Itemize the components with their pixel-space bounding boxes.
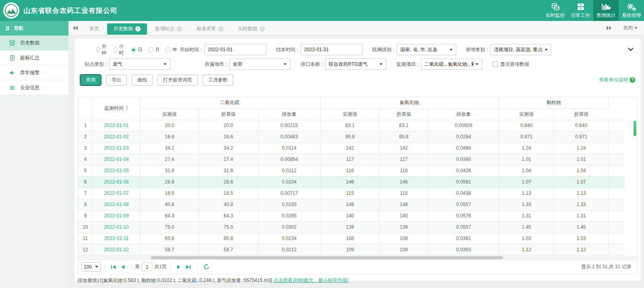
sidebar-item-enterprise-info[interactable]: 企业信息 xyxy=(0,80,68,95)
value-cell: 115 xyxy=(321,188,379,199)
select-caret-icon xyxy=(379,63,383,65)
value-cell: 0.0104 xyxy=(258,176,321,188)
period-radio-option[interactable]: 分钟 xyxy=(96,43,108,56)
monitor-item-select[interactable]: 二氧化硫., 氮氧化物., 颗粒 xyxy=(421,58,482,70)
tab-realtime-data[interactable]: 实时数据× xyxy=(232,23,271,35)
manage-type-select[interactable]: 违规项目, 高架源, 重点排 xyxy=(490,44,551,55)
table-row: 92022-01-0964.364.30.02651401400.05761.3… xyxy=(78,210,625,221)
manage-type-value: 违规项目, 高架源, 重点排 xyxy=(494,46,543,53)
station-type-select[interactable]: 废气 xyxy=(109,58,170,70)
select-caret-icon xyxy=(449,49,453,51)
value-cell: 58.7 xyxy=(199,244,258,255)
close-icon[interactable]: × xyxy=(218,26,224,31)
group-header: 二氧化硫. xyxy=(140,97,321,109)
value-cell: 117 xyxy=(379,154,428,165)
sidebar: 导航 历史数据超标汇总异常报警企业信息 xyxy=(0,21,68,288)
tab-history-data[interactable]: 历史数据× xyxy=(107,23,147,35)
end-time-input[interactable] xyxy=(300,44,363,55)
value-cell: 0.00929 xyxy=(428,120,499,131)
network-level-select[interactable]: 国家, 省, 市, 区县 xyxy=(397,44,456,55)
tab-home[interactable]: 首页 xyxy=(83,23,106,35)
vertical-scroll-thumb[interactable] xyxy=(634,121,636,136)
value-cell: 0.0561 xyxy=(428,176,499,188)
period-radio-option[interactable]: 小时 xyxy=(114,43,125,56)
last-page-button[interactable] xyxy=(183,265,193,269)
sub-header: 折算值 xyxy=(554,109,609,120)
value-cell: 16.6 xyxy=(140,131,199,142)
value-cell: 95.8 xyxy=(379,131,428,142)
table-body: 12022-01-0120.020.00.0021583.183.10.0092… xyxy=(78,120,625,255)
topnav-realtime-monitor[interactable]: 实时监控 xyxy=(543,0,568,21)
monitor-date-cell: 2022-01-04 xyxy=(93,154,140,165)
next-page-button[interactable] xyxy=(174,265,183,269)
radio-dot xyxy=(131,47,136,52)
topnav-daily-work[interactable]: 日常工作 xyxy=(568,0,593,21)
value-cell: 65.8 xyxy=(199,233,258,244)
time-column-header[interactable]: 监测时间 xyxy=(93,97,140,120)
monitor-date-cell: 2022-01-03 xyxy=(93,142,140,154)
city-select[interactable]: 全部 xyxy=(229,58,290,70)
row-index: 5 xyxy=(78,165,93,176)
unit-description-link[interactable]: 查看单位说明 ? xyxy=(599,77,635,83)
value-cell: 0.0350 xyxy=(428,244,499,255)
sidebar-item-exceed-summary[interactable]: 超标汇总 xyxy=(0,50,68,65)
start-time-input[interactable] xyxy=(204,44,267,55)
value-cell: 1.45 xyxy=(499,221,554,233)
first-page-button[interactable] xyxy=(108,265,118,269)
blank-cell xyxy=(609,221,625,233)
value-cell: 1.07 xyxy=(499,176,554,188)
monitor-date-cell: 2022-01-10 xyxy=(93,221,140,233)
prev-page-button[interactable] xyxy=(118,265,127,269)
value-cell: 1.07 xyxy=(554,176,609,188)
group-header: 颗粒物 xyxy=(499,97,609,109)
horizontal-scroll-thumb[interactable] xyxy=(151,256,503,259)
value-cell: 1.03 xyxy=(499,233,554,244)
value-cell: 64.3 xyxy=(140,210,199,221)
station-type-value: 废气 xyxy=(113,61,122,68)
stats-detail-link[interactable]: 点击查看详情[最大、最小和平均值] xyxy=(273,278,349,283)
pager-separator xyxy=(170,263,171,271)
topnav-query-stats[interactable]: 查询统计 xyxy=(593,0,619,21)
mountain-emblem-icon xyxy=(7,8,16,14)
tab-new-station[interactable]: 新增站点× xyxy=(149,23,188,35)
tab-standard-change[interactable]: 标准变更× xyxy=(190,23,230,35)
monitor-date-cell: 2022-01-05 xyxy=(93,165,140,176)
collapse-filters-icon[interactable] xyxy=(628,48,634,51)
value-cell: 0.0381 xyxy=(428,233,499,244)
tabs-scroll-right-icon[interactable] xyxy=(602,26,616,30)
company-logo xyxy=(3,2,19,19)
direct-data-checkbox[interactable] xyxy=(493,62,498,67)
period-radio-option[interactable]: 日 xyxy=(131,46,143,53)
outlet-name-value: 联合农药RTO废气 xyxy=(329,61,368,68)
page-size-select[interactable]: 100 xyxy=(81,262,101,271)
close-icon[interactable]: × xyxy=(135,26,141,31)
select-caret-icon xyxy=(545,49,548,51)
topnav-system-manage[interactable]: 系统管理 xyxy=(619,0,644,21)
outlet-name-select[interactable]: 联合农药RTO废气 xyxy=(325,58,386,70)
curve-button[interactable]: 曲线 xyxy=(132,75,153,86)
query-button[interactable]: 查询 xyxy=(80,75,101,86)
select-caret-icon xyxy=(95,266,98,268)
value-cell: 139 xyxy=(321,221,379,233)
value-cell: 0.0426 xyxy=(428,165,499,176)
radio-dot xyxy=(96,47,100,52)
condition-params-button[interactable]: 工况参数 xyxy=(203,75,233,86)
close-icon[interactable]: × xyxy=(260,26,265,31)
sidebar-item-abnormal-alarm[interactable]: 异常报警 xyxy=(0,65,68,80)
export-button[interactable]: 导出 xyxy=(106,75,127,86)
tabs-scroll-left-icon[interactable] xyxy=(68,26,82,30)
value-cell: 58.7 xyxy=(140,244,199,255)
sidebar-item-history-data[interactable]: 历史数据 xyxy=(0,35,68,50)
value-cell: 0.971 xyxy=(499,131,554,142)
page-number-input[interactable] xyxy=(142,263,152,271)
close-icon[interactable]: × xyxy=(177,26,182,31)
period-radio-option[interactable]: 月 xyxy=(148,46,160,53)
table-row: 82022-01-0840.840.80.01551481480.05571.3… xyxy=(78,199,625,210)
chevron-down-icon xyxy=(634,27,638,29)
open-new-query-button[interactable]: 打开新查询页 xyxy=(157,75,198,86)
refresh-button[interactable] xyxy=(201,264,212,270)
value-cell: 0.00483 xyxy=(258,131,321,142)
value-cell: 83.1 xyxy=(379,120,428,131)
value-cell: 20.0 xyxy=(199,120,258,131)
close-tabs-menu[interactable]: 关闭 xyxy=(623,25,638,31)
